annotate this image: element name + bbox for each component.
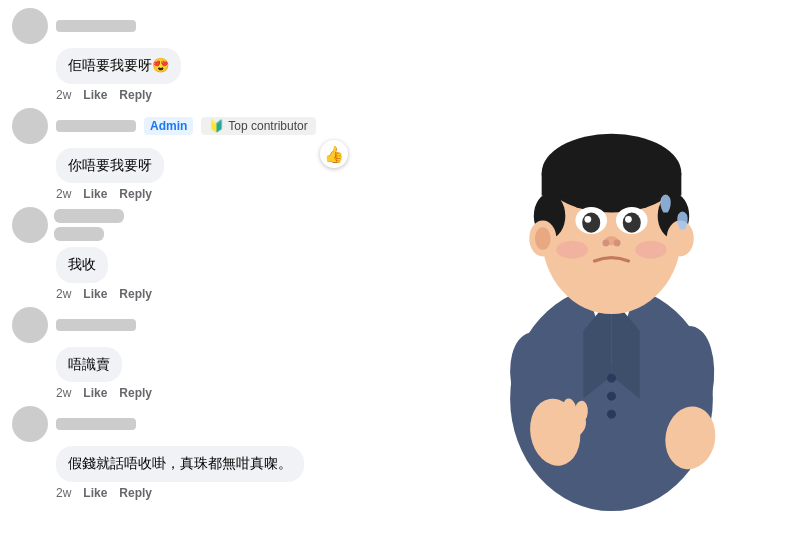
comment-5-header bbox=[12, 406, 408, 442]
name-blur-4 bbox=[56, 319, 136, 331]
svg-point-24 bbox=[582, 213, 600, 233]
shield-icon: 🔰 bbox=[209, 119, 224, 133]
comment-5-actions: 2w Like Reply bbox=[56, 486, 408, 500]
top-contributor-label: Top contributor bbox=[228, 119, 307, 133]
comment-5-time: 2w bbox=[56, 486, 71, 500]
comment-3-actions: 2w Like Reply bbox=[56, 287, 408, 301]
svg-point-30 bbox=[614, 240, 621, 247]
svg-point-21 bbox=[535, 227, 551, 250]
comment-3-like[interactable]: Like bbox=[83, 287, 107, 301]
comment-5: 假錢就話唔收啩，真珠都無咁真㗎。 2w Like Reply bbox=[12, 406, 408, 500]
svg-point-10 bbox=[607, 374, 616, 383]
top-contributor-badge: 🔰 Top contributor bbox=[201, 117, 315, 135]
like-badge-2: 👍 bbox=[320, 140, 348, 168]
comment-1-bubble: 佢唔要我要呀😍 bbox=[56, 48, 181, 84]
avatar-5 bbox=[12, 406, 48, 442]
comment-2-reply[interactable]: Reply bbox=[119, 187, 152, 201]
comments-panel: 佢唔要我要呀😍 2w Like Reply Admin 🔰 Top contri… bbox=[0, 0, 420, 549]
comment-4-reply[interactable]: Reply bbox=[119, 386, 152, 400]
admin-badge: Admin bbox=[144, 117, 193, 135]
comment-4-like[interactable]: Like bbox=[83, 386, 107, 400]
avatar-1 bbox=[12, 8, 48, 44]
comment-1-time: 2w bbox=[56, 88, 71, 102]
comment-3-time: 2w bbox=[56, 287, 71, 301]
name-blur-2 bbox=[56, 120, 136, 132]
comment-3-text: 我收 bbox=[68, 256, 96, 272]
comment-2-like[interactable]: Like bbox=[83, 187, 107, 201]
svg-point-27 bbox=[625, 216, 632, 223]
svg-point-12 bbox=[607, 410, 616, 419]
comment-2-time: 2w bbox=[56, 187, 71, 201]
comment-2-header: Admin 🔰 Top contributor bbox=[12, 108, 408, 144]
name-blur-5 bbox=[56, 418, 136, 430]
comment-3: 我收 2w Like Reply bbox=[12, 207, 408, 301]
comment-1-actions: 2w Like Reply bbox=[56, 88, 408, 102]
comment-4-actions: 2w Like Reply bbox=[56, 386, 408, 400]
comment-5-text: 假錢就話唔收啩，真珠都無咁真㗎。 bbox=[68, 455, 292, 471]
businessman-illustration bbox=[420, 0, 803, 549]
comment-4-bubble: 唔識賣 bbox=[56, 347, 122, 383]
comment-1-reply[interactable]: Reply bbox=[119, 88, 152, 102]
comment-2: Admin 🔰 Top contributor 你唔要我要呀 2w Like R… bbox=[12, 108, 408, 202]
comment-5-like[interactable]: Like bbox=[83, 486, 107, 500]
comment-3-bubble: 我收 bbox=[56, 247, 108, 283]
name-blur-1 bbox=[56, 20, 136, 32]
comment-1-header bbox=[12, 8, 408, 44]
comment-4-time: 2w bbox=[56, 386, 71, 400]
comment-4-text: 唔識賣 bbox=[68, 356, 110, 372]
avatar-4 bbox=[12, 307, 48, 343]
comment-3-reply[interactable]: Reply bbox=[119, 287, 152, 301]
svg-rect-16 bbox=[542, 173, 682, 196]
svg-point-31 bbox=[556, 241, 588, 259]
illustration-panel bbox=[420, 0, 803, 549]
avatar-2 bbox=[12, 108, 48, 144]
svg-point-26 bbox=[584, 216, 591, 223]
comment-1: 佢唔要我要呀😍 2w Like Reply bbox=[12, 8, 408, 102]
comment-3-header bbox=[12, 207, 408, 243]
svg-point-29 bbox=[602, 240, 609, 247]
comment-1-text: 佢唔要我要呀😍 bbox=[68, 57, 169, 73]
comment-4-header bbox=[12, 307, 408, 343]
svg-point-25 bbox=[623, 213, 641, 233]
comment-1-like[interactable]: Like bbox=[83, 88, 107, 102]
comment-5-reply[interactable]: Reply bbox=[119, 486, 152, 500]
comment-5-bubble: 假錢就話唔收啩，真珠都無咁真㗎。 bbox=[56, 446, 304, 482]
comment-4: 唔識賣 2w Like Reply bbox=[12, 307, 408, 401]
comment-2-bubble: 你唔要我要呀 bbox=[56, 148, 164, 184]
avatar-3 bbox=[12, 207, 124, 243]
svg-point-32 bbox=[635, 241, 667, 259]
svg-point-11 bbox=[607, 392, 616, 401]
comment-2-text: 你唔要我要呀 bbox=[68, 157, 152, 173]
comment-2-actions: 2w Like Reply bbox=[56, 187, 408, 201]
